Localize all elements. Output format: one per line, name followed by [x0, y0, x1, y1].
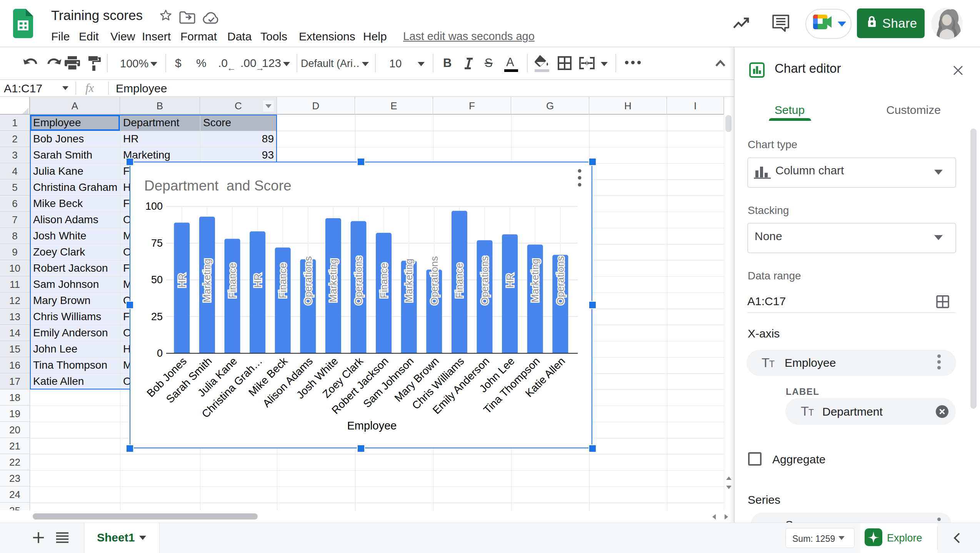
- svg-text:Employee: Employee: [347, 419, 397, 432]
- svg-text:Marketing: Marketing: [529, 259, 541, 302]
- svg-text:Operations: Operations: [479, 256, 490, 305]
- svg-text:50: 50: [151, 274, 163, 286]
- svg-text:Finance: Finance: [378, 263, 390, 299]
- svg-text:T: T: [769, 359, 775, 369]
- svg-text:100: 100: [145, 200, 163, 212]
- svg-text:Operations: Operations: [555, 256, 566, 305]
- svg-text:T: T: [808, 408, 814, 418]
- svg-text:HR: HR: [176, 273, 188, 288]
- svg-text:75: 75: [151, 237, 163, 249]
- svg-text:Operations: Operations: [428, 256, 440, 305]
- svg-text:Finance: Finance: [277, 263, 288, 299]
- svg-text:T: T: [762, 356, 770, 369]
- svg-text:25: 25: [151, 311, 163, 322]
- svg-text:HR: HR: [252, 273, 263, 288]
- svg-text:Marketing: Marketing: [201, 259, 213, 302]
- svg-text:T: T: [801, 405, 809, 418]
- svg-text:Marketing: Marketing: [327, 259, 339, 302]
- svg-text:Finance: Finance: [453, 263, 465, 299]
- svg-text:Operations: Operations: [353, 256, 364, 305]
- svg-text:Operations: Operations: [302, 256, 314, 305]
- svg-text:Finance: Finance: [227, 263, 238, 299]
- svg-text:Department and Score: Department and Score: [144, 178, 292, 194]
- svg-text:0: 0: [157, 348, 163, 359]
- svg-text:Marketing: Marketing: [403, 259, 415, 302]
- svg-text:HR: HR: [504, 273, 516, 288]
